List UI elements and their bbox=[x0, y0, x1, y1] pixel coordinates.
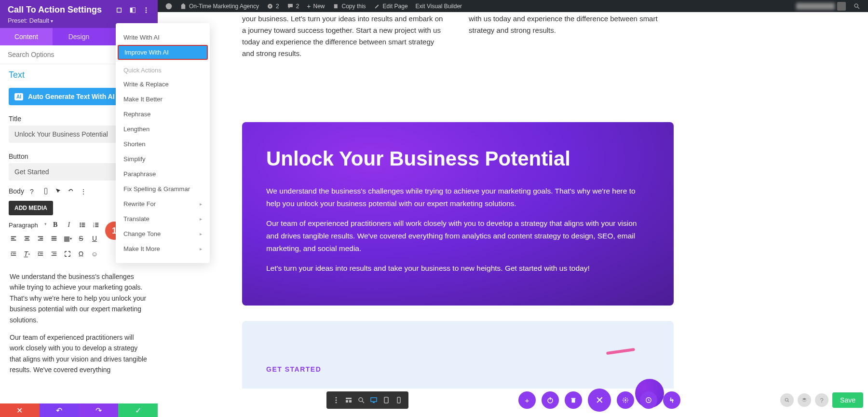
svg-rect-30 bbox=[40, 238, 43, 239]
redo-footer-button[interactable]: ↷ bbox=[79, 403, 119, 417]
svg-rect-55 bbox=[397, 397, 400, 403]
zoom-icon[interactable] bbox=[356, 395, 366, 405]
svg-rect-23 bbox=[11, 236, 16, 237]
ai-translate[interactable]: Translate▸ bbox=[116, 211, 210, 226]
hover-icon[interactable] bbox=[55, 188, 62, 195]
user-account[interactable] bbox=[792, 0, 850, 12]
svg-rect-31 bbox=[38, 240, 43, 241]
history-button[interactable] bbox=[640, 391, 657, 409]
add-button[interactable]: + bbox=[518, 391, 536, 409]
mobile-icon[interactable] bbox=[394, 395, 404, 405]
auto-generate-label: Auto Generate Text With AI bbox=[28, 93, 115, 100]
more-vertical-icon[interactable]: ⋮ bbox=[80, 188, 87, 195]
undo-icon[interactable] bbox=[68, 188, 74, 195]
layers-bottom-icon[interactable] bbox=[798, 393, 811, 407]
svg-line-63 bbox=[788, 401, 789, 402]
new-item[interactable]: +New bbox=[303, 0, 328, 12]
wireframe-icon[interactable] bbox=[344, 395, 353, 405]
portability-button[interactable] bbox=[663, 391, 680, 409]
trash-button[interactable] bbox=[565, 391, 582, 409]
search-bottom-icon[interactable] bbox=[780, 393, 794, 407]
help-icon[interactable]: ? bbox=[30, 188, 37, 195]
indent2-button[interactable] bbox=[49, 249, 59, 259]
svg-rect-5 bbox=[130, 7, 132, 13]
ai-lengthen[interactable]: Lengthen bbox=[116, 122, 210, 137]
ai-write-replace[interactable]: Write & Replace bbox=[116, 77, 210, 92]
exit-visual-builder[interactable]: Exit Visual Builder bbox=[412, 0, 466, 12]
more-bar-icon[interactable] bbox=[331, 395, 341, 405]
indent-button[interactable] bbox=[36, 249, 45, 259]
svg-rect-22 bbox=[95, 226, 98, 227]
ol-button[interactable]: 123 bbox=[91, 220, 101, 230]
power-button[interactable] bbox=[542, 391, 559, 409]
cta-module[interactable]: Unlock Your Business Potential We unders… bbox=[242, 122, 674, 306]
svg-rect-58 bbox=[572, 399, 575, 403]
align-right-button[interactable] bbox=[36, 234, 45, 243]
comments-item[interactable]: 2 bbox=[283, 0, 303, 12]
strike-button[interactable]: S bbox=[76, 234, 86, 243]
svg-rect-18 bbox=[95, 223, 98, 224]
tab-content[interactable]: Content bbox=[0, 28, 53, 45]
save-button[interactable]: Save bbox=[832, 392, 863, 408]
emoji-button[interactable]: ☺ bbox=[90, 249, 99, 259]
search-icon[interactable] bbox=[850, 0, 864, 12]
copy-this[interactable]: Copy this bbox=[329, 0, 370, 12]
ai-write-with-ai[interactable]: Write With AI bbox=[116, 30, 210, 45]
svg-point-46 bbox=[336, 402, 337, 403]
svg-rect-49 bbox=[349, 400, 352, 403]
align-left-button[interactable] bbox=[9, 234, 18, 243]
svg-rect-37 bbox=[11, 255, 16, 256]
snap-icon[interactable] bbox=[129, 6, 136, 14]
body-label: Body bbox=[9, 187, 24, 195]
ai-rephrase[interactable]: Rephrase bbox=[116, 107, 210, 122]
underline-button[interactable]: U bbox=[90, 234, 99, 243]
svg-point-60 bbox=[624, 399, 626, 401]
site-name-item[interactable]: On-Time Marketing Agency bbox=[176, 0, 263, 12]
more-icon[interactable] bbox=[142, 6, 150, 14]
align-center-button[interactable] bbox=[22, 234, 32, 243]
ai-shorten[interactable]: Shorten bbox=[116, 137, 210, 152]
body-paragraph-1: We understand the business's challenges … bbox=[10, 271, 148, 325]
close-builder-button[interactable]: ✕ bbox=[588, 389, 611, 412]
updates-item[interactable]: 2 bbox=[263, 0, 283, 12]
tablet-icon[interactable] bbox=[381, 395, 391, 405]
ai-fix-spelling[interactable]: Fix Spelling & Grammar bbox=[116, 181, 210, 196]
fullscreen-button[interactable] bbox=[63, 249, 72, 259]
ai-rewrite-for[interactable]: Rewrite For▸ bbox=[116, 196, 210, 211]
outdent-button[interactable] bbox=[9, 249, 18, 259]
undo-footer-button[interactable]: ↶ bbox=[40, 403, 79, 417]
omega-button[interactable]: Ω bbox=[76, 249, 86, 259]
table-button[interactable]: ▦▾ bbox=[63, 234, 72, 243]
align-justify-button[interactable] bbox=[49, 234, 59, 243]
paragraph-select[interactable]: Paragraph bbox=[9, 222, 47, 229]
ai-make-better[interactable]: Make It Better bbox=[116, 92, 210, 107]
phone-icon[interactable] bbox=[42, 188, 49, 195]
editor-body[interactable]: We understand the business's challenges … bbox=[0, 264, 158, 417]
ai-make-it-more[interactable]: Make It More▸ bbox=[116, 241, 210, 256]
italic-button[interactable]: I bbox=[64, 220, 74, 230]
edit-page[interactable]: Edit Page bbox=[370, 0, 412, 12]
expand-icon[interactable] bbox=[115, 6, 123, 14]
wp-logo[interactable] bbox=[162, 0, 176, 12]
ai-paraphrase[interactable]: Paraphrase bbox=[116, 167, 210, 181]
top-text-right: with us today and experience the differe… bbox=[469, 13, 676, 36]
bold-button[interactable]: B bbox=[51, 220, 60, 230]
ai-change-tone[interactable]: Change Tone▸ bbox=[116, 226, 210, 241]
svg-point-0 bbox=[166, 3, 172, 9]
add-media-button[interactable]: ADD MEDIA bbox=[9, 201, 53, 215]
apply-button[interactable]: ✓ bbox=[118, 403, 158, 417]
svg-point-11 bbox=[80, 222, 81, 224]
discard-button[interactable]: ✕ bbox=[0, 403, 40, 417]
settings-button[interactable] bbox=[617, 391, 634, 409]
ai-quick-heading: Quick Actions bbox=[116, 60, 210, 77]
ul-button[interactable] bbox=[78, 220, 87, 230]
svg-rect-25 bbox=[11, 240, 16, 241]
clear-format-button[interactable]: T× bbox=[22, 249, 32, 259]
get-started-section[interactable]: GET STARTED bbox=[242, 321, 674, 389]
ai-simplify[interactable]: Simplify bbox=[116, 152, 210, 167]
ai-improve-with-ai[interactable]: Improve With AI bbox=[118, 45, 208, 60]
tab-design[interactable]: Design bbox=[53, 28, 105, 45]
desktop-icon[interactable] bbox=[369, 395, 379, 405]
help-bottom-icon[interactable]: ? bbox=[815, 393, 828, 407]
svg-point-62 bbox=[785, 398, 788, 401]
